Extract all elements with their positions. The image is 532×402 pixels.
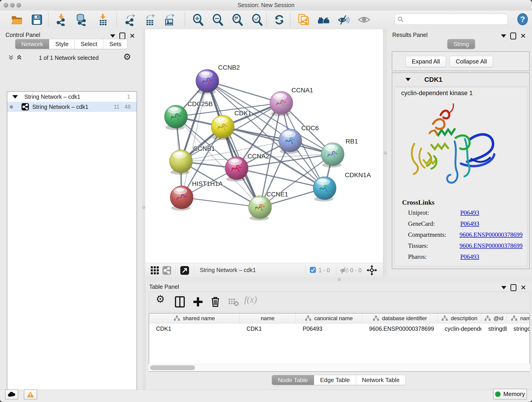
show-panel-eye-icon[interactable] [358,13,370,26]
crosslinks-title: CrossLinks [402,199,434,206]
network-view-icon[interactable] [162,266,171,275]
entry-expander-icon[interactable] [405,78,411,81]
help-icon[interactable]: ? [516,13,529,26]
crosslink-label: GeneCard: [408,220,460,227]
import-table-icon[interactable] [97,13,109,26]
network-list-options-gear-icon[interactable]: ⚙ [123,52,131,62]
selected-checkbox-icon[interactable] [310,267,316,273]
import-network-icon[interactable] [55,13,67,26]
title-bar: Session: New Session [0,0,532,11]
zoom-selected-icon[interactable] [251,13,264,26]
tab-string[interactable]: String [447,39,475,49]
add-column-icon[interactable] [191,295,204,308]
tab-sets[interactable]: Sets [103,39,127,49]
tab-edge-table[interactable]: Edge Table [314,375,356,385]
column-header-canonical-name[interactable]: canonical name [296,313,362,323]
control-panel-menu-icon[interactable] [110,34,115,38]
crosslink-link[interactable]: 9606.ENSP00000378699 [460,231,523,238]
scrollbar-thumb[interactable] [150,365,195,370]
open-session-icon[interactable] [11,13,23,26]
collapse-all-tree-icon[interactable] [8,54,14,62]
memory-label: Memory [503,390,525,398]
crosslink-link[interactable]: 9606.ENSP00000378699 [460,242,523,249]
table-horizontal-scrollbar[interactable] [149,364,530,371]
control-panel-float-icon[interactable] [119,32,125,39]
string-home-icon[interactable] [317,13,330,26]
expand-all-button[interactable]: Expand All [405,56,446,67]
network-canvas[interactable]: CCNB2CCNA1CDC25BCDK1CDC6RB1CCNB1CCNA2CDK… [145,29,383,263]
shared-column-icon [511,315,517,321]
splitter-handle[interactable] [338,278,341,281]
network-node-label-CDK1: CDK1 [234,109,252,117]
table-panel-float-icon[interactable] [510,284,516,291]
column-header-namespace[interactable]: namespace [507,313,530,323]
toolbar-separator [185,13,185,27]
network-edge-HIST1H1A-CCNE1[interactable] [182,197,260,207]
view-toolbar-separator [305,265,305,275]
splitter-handle[interactable] [384,152,387,154]
search-icon [398,16,404,22]
zoom-out-icon[interactable] [212,13,224,26]
network-list: String Network – cdk1 1 String Network –… [7,91,137,402]
control-panel-splitter[interactable] [142,29,146,390]
zoom-fit-icon[interactable] [231,13,244,26]
tab-network-table[interactable]: Network Table [356,375,406,385]
delete-table-icon[interactable] [227,295,240,308]
table-panel-menu-icon[interactable] [501,286,506,289]
results-panel-menu-icon[interactable] [501,34,506,38]
results-panel-close-icon[interactable]: ✕ [520,33,526,39]
birds-eye-view-icon[interactable] [150,266,159,275]
column-header-database-identifier[interactable]: database identifier [362,313,438,323]
network-node-label-CCNA1: CCNA1 [291,87,313,94]
control-panel-close-icon[interactable]: ✕ [129,33,135,39]
network-label: String Network – cdk1 [32,104,89,110]
collapse-all-button[interactable]: Collapse All [450,56,493,67]
warning-status-button[interactable] [24,389,37,400]
export-table-icon[interactable] [143,13,156,26]
save-session-icon[interactable] [31,13,43,26]
table-row[interactable]: CDK1CDK1P064939606.ENSP00000378699cyclin… [149,323,530,334]
network-collection-row[interactable]: String Network – cdk1 1 [7,92,137,102]
results-panel-float-icon[interactable] [510,32,516,39]
function-builder-icon[interactable]: f(x) [244,294,257,307]
memory-button[interactable]: Memory [493,389,527,400]
table-header-row: shared namenamecanonical namedatabase id… [149,313,530,323]
expand-all-tree-icon[interactable] [16,54,22,62]
refresh-icon[interactable] [273,13,285,26]
table-options-gear-icon[interactable]: ⚙ [156,293,169,306]
column-header-name[interactable]: name [240,313,296,323]
duplicate-network-icon[interactable] [298,13,310,26]
crosslink-link[interactable]: P06493 [460,253,479,260]
search-input[interactable] [405,16,507,23]
splitter-handle[interactable] [142,206,145,209]
hidden-eye-slash-icon[interactable] [340,266,348,275]
delete-column-trash-icon[interactable] [209,295,222,308]
entry-header[interactable]: CDK1 [392,73,529,86]
import-network-from-database-icon[interactable] [75,13,88,26]
table-cell: cyclin-dependent ... [438,325,481,332]
tab-style[interactable]: Style [49,39,75,49]
network-edge-CCNB2-HIST1H1A[interactable] [182,81,207,197]
crosslink-link[interactable]: P06493 [460,220,479,227]
tab-network[interactable]: Network [15,39,49,49]
crosslink-label: Compartments: [408,231,460,238]
column-header--id[interactable]: @id [481,313,507,323]
tab-select[interactable]: Select [75,39,103,49]
column-header-description[interactable]: description [438,313,481,323]
zoom-in-icon[interactable] [192,13,204,26]
crosslink-link[interactable]: P06493 [460,209,479,216]
table-panel-close-icon[interactable]: ✕ [520,285,526,290]
column-header-shared-name[interactable]: shared name [149,313,240,323]
export-image-icon[interactable] [163,13,176,26]
hide-panel-eye-slash-icon[interactable] [338,13,350,26]
export-network-icon[interactable] [124,13,136,26]
show-columns-icon[interactable] [174,295,186,308]
cloud-status-button[interactable] [5,389,18,400]
fit-content-crosshair-icon[interactable] [367,265,377,275]
status-bar: Memory [0,390,532,402]
crosslink-row: Uniprot:P06493 [408,209,523,216]
collection-expander-icon[interactable] [12,95,18,99]
tab-node-table[interactable]: Node Table [272,375,314,385]
network-row-selected[interactable]: String Network – cdk1 11 48 [7,102,137,112]
detach-view-icon[interactable] [180,266,189,275]
